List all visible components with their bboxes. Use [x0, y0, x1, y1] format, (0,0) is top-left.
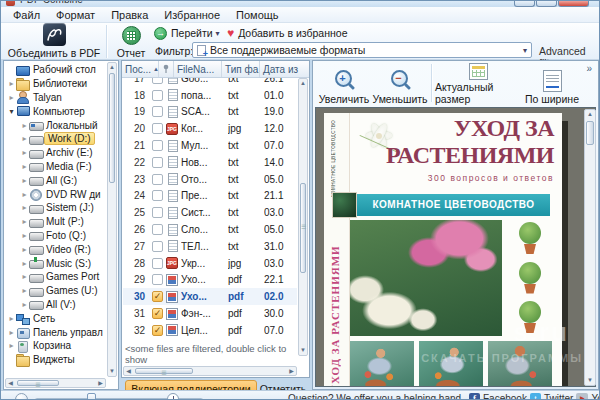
chevron-right-icon[interactable]: ▸ [20, 231, 29, 240]
chevron-double-right-icon[interactable]: » [586, 63, 592, 74]
scroll-right-icon[interactable]: ▶ [287, 367, 296, 375]
tree-item[interactable]: ▸Корзина [5, 339, 106, 353]
tree-item[interactable]: ▸Games (U:) [5, 284, 106, 298]
list-scroll-thumb[interactable]: ☰ [300, 183, 306, 273]
tree-item[interactable]: Виджеты [5, 353, 106, 367]
tree-item[interactable]: Рабочий стол [5, 63, 106, 77]
tree-item[interactable]: ▸Music (S:) [5, 256, 106, 270]
chevron-right-icon[interactable]: ▸ [20, 300, 29, 309]
file-row[interactable]: 17Goo...txt26.1 [123, 78, 297, 87]
row-checkbox[interactable] [152, 174, 163, 185]
menu-item[interactable]: Избранное [156, 8, 228, 22]
actual-size-button[interactable]: Актуальный размер [435, 63, 521, 105]
preview-vertical-scrollbar[interactable]: ▲ ▼ [584, 109, 596, 386]
file-row[interactable]: 21Мул...txt07.0 [123, 137, 297, 154]
tree-scroll-thumb[interactable] [109, 73, 115, 183]
list-vertical-scrollbar[interactable]: ▲ ☰ ▼ [298, 78, 308, 356]
tree-item[interactable]: ▾Компьютер [5, 104, 106, 118]
chevron-down-icon[interactable]: ▾ [7, 107, 16, 116]
scroll-right-icon[interactable]: ▶ [96, 379, 105, 387]
chevron-right-icon[interactable]: ▸ [20, 121, 29, 130]
scroll-down-icon[interactable]: ▼ [108, 367, 116, 376]
row-checkbox[interactable] [152, 157, 163, 168]
scroll-up-icon[interactable]: ▲ [108, 63, 116, 72]
tree-item[interactable]: ▸Foto (Q:) [5, 229, 106, 243]
zoom-in-button[interactable]: + Увеличить [317, 63, 371, 105]
chevron-right-icon[interactable]: ▸ [7, 328, 16, 337]
tree-item[interactable]: ▸Сеть [5, 311, 106, 325]
file-row[interactable]: 30✓Ухо...pdf02.0 [123, 288, 297, 305]
twitter-icon[interactable] [530, 393, 541, 400]
file-row[interactable]: 18попа...txt01.0 [123, 87, 297, 104]
file-row[interactable]: 31✓Фэн-...pdf30.0 [123, 305, 297, 322]
goto-button[interactable]: → Перейти ▾ [154, 25, 220, 41]
chevron-right-icon[interactable]: ▸ [20, 286, 29, 295]
tree-item[interactable]: ▸Media (F:) [5, 160, 106, 174]
tree-item[interactable]: ▸Archiv (E:) [5, 146, 106, 160]
zoom-out-button[interactable]: − Уменьшить [372, 63, 428, 105]
facebook-icon[interactable] [469, 393, 480, 400]
tree-item[interactable]: ▸Библиотеки [5, 77, 106, 91]
tree-item[interactable]: ▸Video (R:) [5, 242, 106, 256]
file-row[interactable]: 26Сло...txt05.0 [123, 221, 297, 238]
row-checkbox[interactable] [152, 241, 163, 252]
add-favorite-button[interactable]: ♥ Добавить в избранное [227, 25, 347, 41]
row-checkbox[interactable]: ✓ [152, 291, 163, 302]
chevron-right-icon[interactable]: ▸ [20, 245, 29, 254]
chevron-right-icon[interactable]: ▸ [20, 190, 29, 199]
row-checkbox[interactable] [152, 207, 163, 218]
menu-item[interactable]: Формат [48, 8, 103, 22]
file-row[interactable]: 32✓Цел...pdf07.0 [123, 322, 297, 339]
youtube-icon[interactable] [576, 393, 588, 400]
scroll-down-icon[interactable]: ▼ [299, 346, 307, 355]
scroll-left-icon[interactable]: ◀ [124, 367, 133, 375]
report-button[interactable]: Отчет [109, 24, 153, 59]
row-checkbox[interactable] [152, 274, 163, 285]
tree-item[interactable]: ▸Work (D:) [5, 132, 106, 146]
tree-item[interactable]: ▸Sistem (J:) [5, 201, 106, 215]
file-row[interactable]: 28Укр...jpg03.0 [123, 255, 297, 272]
row-checkbox[interactable]: ✓ [152, 308, 163, 319]
file-row[interactable]: 20Ког...jpg12.0 [123, 120, 297, 137]
tree-item[interactable]: ▸All (V:) [5, 298, 106, 312]
zoom-slider-thumb[interactable] [87, 393, 96, 400]
scroll-up-icon[interactable]: ▲ [585, 110, 595, 119]
file-row[interactable]: 25Сист...txt03.0 [123, 204, 297, 221]
list-hscroll-thumb[interactable]: ☰ [135, 368, 193, 374]
tree-item[interactable]: ▸Mult (P:) [5, 215, 106, 229]
file-row[interactable]: 29Ухо...pdf22.1 [123, 272, 297, 289]
row-checkbox[interactable] [152, 190, 163, 201]
chevron-right-icon[interactable]: ▸ [20, 217, 29, 226]
file-row[interactable]: 19SCA...txt19.0 [123, 104, 297, 121]
tree-item[interactable]: ▸All (G:) [5, 173, 106, 187]
chevron-right-icon[interactable]: ▸ [7, 93, 16, 102]
file-row[interactable]: 24Пре...txt21.1 [123, 188, 297, 205]
scroll-left-icon[interactable]: ◀ [6, 379, 15, 387]
tree-item[interactable]: ▸DVD RW ди [5, 187, 106, 201]
fit-width-button[interactable]: По ширине [523, 63, 581, 105]
menu-item[interactable]: Файл [5, 8, 48, 22]
menu-item[interactable]: Помощь [228, 8, 287, 22]
file-row[interactable]: 23Ото...txt05.0 [123, 171, 297, 188]
row-checkbox[interactable] [152, 224, 163, 235]
tree-item[interactable]: ▸Локальный [5, 118, 106, 132]
tree-vertical-scrollbar[interactable]: ▲ ▼ [107, 62, 117, 377]
scroll-up-icon[interactable]: ▲ [299, 79, 307, 88]
row-checkbox[interactable] [152, 90, 163, 101]
row-checkbox[interactable]: ✓ [152, 325, 163, 336]
youtube-link[interactable]: YouTube [591, 393, 600, 400]
row-checkbox[interactable] [152, 78, 163, 84]
chevron-right-icon[interactable]: ▸ [20, 176, 29, 185]
filter-dropdown[interactable]: Все поддерживаемые форматы ▾ [192, 42, 532, 58]
tree-horizontal-scrollbar[interactable]: ◀ ☰ ▶ [5, 378, 106, 388]
chevron-right-icon[interactable]: ▸ [20, 272, 29, 281]
tree-hscroll-thumb[interactable]: ☰ [17, 380, 59, 386]
row-checkbox[interactable] [152, 258, 163, 269]
column-header-date[interactable]: Дата из [260, 61, 309, 77]
zoom-reset-icon[interactable] [15, 393, 28, 400]
list-horizontal-scrollbar[interactable]: ◀ ☰ ▶ [123, 366, 297, 376]
twitter-link[interactable]: Twitter [544, 393, 573, 400]
combine-to-pdf-button[interactable]: Объединить в PDF [4, 24, 104, 59]
row-checkbox[interactable] [152, 140, 163, 151]
file-row[interactable]: 27ТЕЛ...txt31.0 [123, 238, 297, 255]
